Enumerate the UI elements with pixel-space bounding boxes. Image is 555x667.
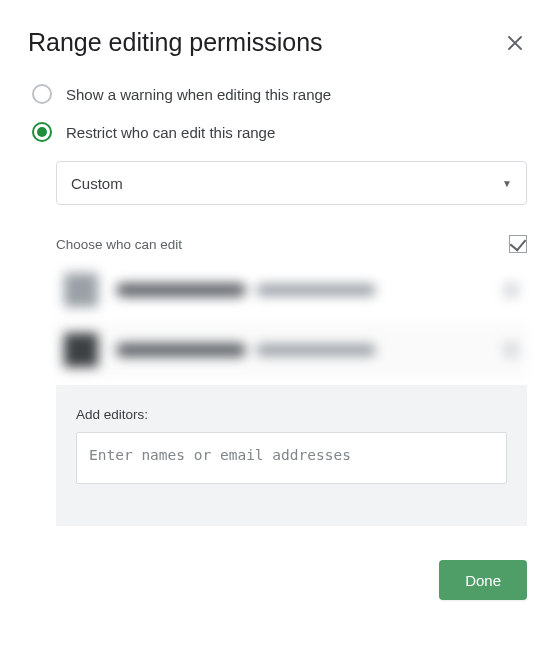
add-editors-panel: Add editors: (56, 385, 527, 526)
dialog-header: Range editing permissions (28, 28, 527, 57)
select-all-checkbox[interactable] (509, 235, 527, 253)
user-row[interactable] (56, 263, 527, 317)
dialog-title: Range editing permissions (28, 28, 323, 57)
select-value: Custom (71, 175, 123, 192)
radio-icon (32, 84, 52, 104)
radio-label: Show a warning when editing this range (66, 86, 331, 103)
user-checkbox[interactable] (503, 282, 519, 298)
done-button[interactable]: Done (439, 560, 527, 600)
range-permissions-dialog: Range editing permissions Show a warning… (0, 0, 555, 628)
user-email-redacted (256, 344, 376, 356)
radio-restrict[interactable]: Restrict who can edit this range (28, 113, 527, 151)
add-editors-label: Add editors: (76, 407, 507, 422)
choose-who-row: Choose who can edit (56, 235, 527, 253)
restrict-options: Custom ▼ Choose who can edit Add editors… (56, 161, 527, 526)
user-name-redacted (116, 283, 246, 297)
user-checkbox[interactable] (503, 342, 519, 358)
radio-label: Restrict who can edit this range (66, 124, 275, 141)
add-editors-input[interactable] (76, 432, 507, 484)
radio-icon (32, 122, 52, 142)
permission-type-select[interactable]: Custom ▼ (56, 161, 527, 205)
user-email-redacted (256, 284, 376, 296)
chevron-down-icon: ▼ (502, 178, 512, 189)
dialog-footer: Done (28, 560, 527, 600)
user-row[interactable] (56, 323, 527, 377)
avatar (64, 333, 98, 367)
close-button[interactable] (503, 31, 527, 55)
close-icon (508, 36, 522, 50)
avatar (64, 273, 98, 307)
editor-user-list (56, 263, 527, 377)
radio-show-warning[interactable]: Show a warning when editing this range (28, 75, 527, 113)
user-name-redacted (116, 343, 246, 357)
choose-who-label: Choose who can edit (56, 237, 182, 252)
permission-mode-radios: Show a warning when editing this range R… (28, 75, 527, 151)
